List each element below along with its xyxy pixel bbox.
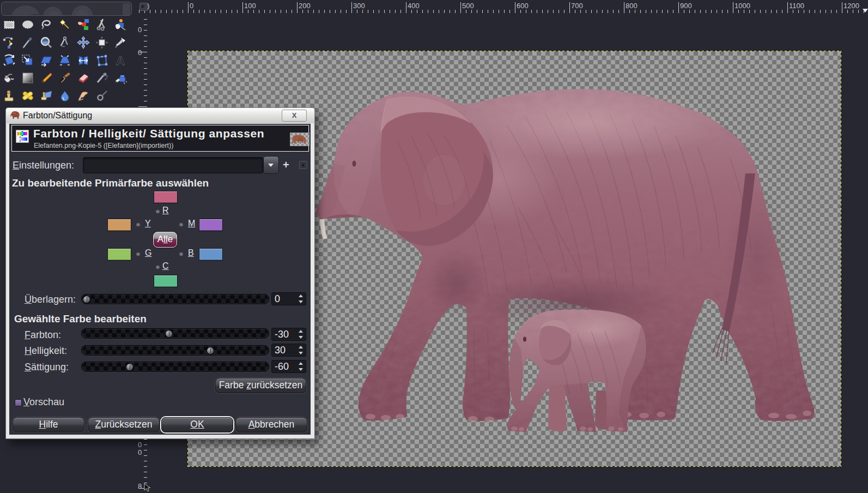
svg-text:A: A — [116, 54, 125, 67]
